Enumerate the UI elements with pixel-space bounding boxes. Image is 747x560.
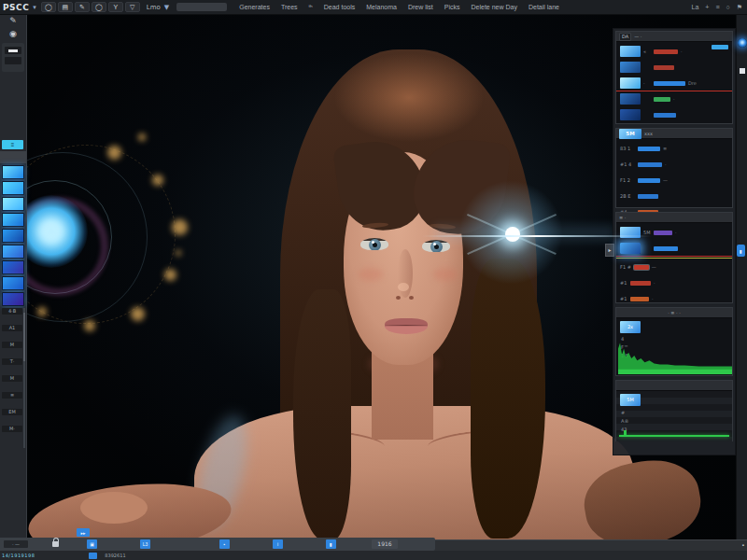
adjustment-row[interactable]: #1 · xyxy=(620,277,728,288)
shield-tool-icon[interactable]: ▽ xyxy=(125,2,140,12)
property-row[interactable]: 83 1 ≡ xyxy=(620,143,728,154)
layer-thumbnail[interactable] xyxy=(2,165,24,179)
pencil-tool-icon[interactable]: ✎ xyxy=(0,14,26,27)
row-label: #1 4 xyxy=(620,161,635,167)
layer-row[interactable]: · Dre xyxy=(620,77,728,89)
lock-icon[interactable] xyxy=(52,541,59,547)
menu-item[interactable]: ᵗʰ xyxy=(304,4,317,10)
layer-thumbnail[interactable] xyxy=(2,276,24,290)
layer-thumbnail[interactable] xyxy=(620,93,641,105)
menu-item[interactable]: Trees xyxy=(276,4,303,10)
grid-button[interactable]: ▣ xyxy=(87,539,97,549)
menu-item[interactable]: Detail lane xyxy=(524,4,564,10)
tool-list-item[interactable]: ≡ xyxy=(2,392,22,399)
menu-item[interactable]: Dead tools xyxy=(319,4,359,10)
layers-button[interactable]: L3 xyxy=(140,539,150,549)
layer-row[interactable] xyxy=(620,62,728,73)
row-label: F1 2 xyxy=(620,177,635,183)
blush-left xyxy=(359,268,383,281)
ink-tool-icon[interactable]: ◉ xyxy=(0,27,26,40)
layer-thumbnail[interactable] xyxy=(2,292,24,306)
background-swatch[interactable] xyxy=(5,57,21,64)
panel-thumbnail[interactable]: 5M xyxy=(620,394,641,406)
sub-status-icon[interactable] xyxy=(89,553,97,559)
foreground-swatch[interactable] xyxy=(5,47,21,54)
panel-thumbnail[interactable]: 5M xyxy=(619,129,641,139)
playhead-chip[interactable]: ▸▸ xyxy=(77,528,90,537)
layer-thumbnail[interactable] xyxy=(620,77,641,89)
panel-properties-header[interactable]: 5M xxx xyxy=(616,129,732,139)
row-thumbnail[interactable] xyxy=(620,243,641,254)
tool-list-item[interactable]: T· xyxy=(2,358,22,365)
menu-item[interactable]: Drew list xyxy=(403,4,438,10)
menu-item[interactable]: Delete new Day xyxy=(467,4,522,10)
value-bar xyxy=(654,97,670,102)
layer-thumbnail[interactable] xyxy=(2,260,24,274)
wand-tool-icon[interactable]: Y xyxy=(108,2,123,12)
panel-thumbnail[interactable]: 2x xyxy=(620,321,641,333)
tool-list-item[interactable]: A1 xyxy=(2,325,22,331)
tool-list-item[interactable]: M xyxy=(2,342,22,348)
tool-list-item[interactable]: M· xyxy=(2,426,22,432)
info-button[interactable]: i xyxy=(273,539,283,549)
layer-thumbnail[interactable] xyxy=(2,229,24,243)
edge-square-icon[interactable] xyxy=(740,68,745,74)
scrollbar-thumb[interactable] xyxy=(23,313,25,361)
status-chip[interactable]: · — xyxy=(4,540,28,548)
layer-thumbnail[interactable] xyxy=(2,181,24,195)
bottom-corner-icon[interactable]: ▪ xyxy=(742,542,744,548)
panel-header-chip[interactable]: DA xyxy=(619,33,631,41)
side-item[interactable]: # xyxy=(621,410,628,415)
layer-row[interactable] xyxy=(620,109,728,120)
side-item[interactable]: A® xyxy=(621,418,628,424)
layer-row[interactable]: · xyxy=(620,93,728,105)
panel-histogram-header[interactable]: · ≡ · · xyxy=(616,308,732,318)
orb-core-light xyxy=(39,219,63,244)
bar-button[interactable]: ▮ xyxy=(326,539,336,549)
badge-tool-icon[interactable]: ▤ xyxy=(58,2,73,12)
dock-collapse-handle[interactable]: ▸ xyxy=(605,244,614,257)
plus-icon[interactable]: + xyxy=(703,4,711,11)
property-row[interactable]: F1 2 — xyxy=(620,175,728,186)
layer-row[interactable]: « · xyxy=(620,46,728,57)
panel-adjustments-header[interactable]: ≡ · xyxy=(616,213,732,223)
pen-tool-icon[interactable]: ✎ xyxy=(75,2,90,12)
layer-thumbnail[interactable] xyxy=(2,197,24,211)
swatch-color xyxy=(8,49,18,52)
layer-thumbnail[interactable] xyxy=(2,245,24,259)
adjustment-row[interactable]: #1 · xyxy=(620,293,728,304)
toolbar-field[interactable] xyxy=(176,3,227,11)
sync-badge-icon[interactable] xyxy=(738,38,747,48)
layer-thumbnail[interactable] xyxy=(620,46,641,57)
mode-caret-icon[interactable]: ▼ xyxy=(164,4,169,11)
layer-thumbnail[interactable] xyxy=(620,109,641,120)
lang-indicator[interactable]: La xyxy=(690,4,701,11)
logo-caret-icon[interactable]: ▾ xyxy=(33,4,36,11)
panel-timeline-header[interactable] xyxy=(616,381,732,391)
list-icon[interactable]: ≡ xyxy=(713,4,721,11)
app-window: PSCC ▾ ◯▤✎◯Y▽ Lmo ▼ GeneratesTreesᵗʰDead… xyxy=(0,0,747,560)
ellipse2-tool-icon[interactable]: ◯ xyxy=(92,2,106,12)
tool-list-item[interactable]: M xyxy=(2,375,22,382)
lens-flare-streak xyxy=(422,235,652,237)
layer-thumbnail[interactable] xyxy=(620,62,641,73)
circle-icon[interactable]: ○ xyxy=(724,4,731,11)
ellipse-tool-icon[interactable]: ◯ xyxy=(41,2,56,12)
adjustment-row[interactable] xyxy=(620,243,728,254)
property-row[interactable]: 2B E xyxy=(620,190,728,202)
panel-layers-header[interactable]: DA — · xyxy=(616,32,732,42)
menu-item[interactable]: Melanoma xyxy=(361,4,402,10)
flag-icon[interactable]: ⚑ xyxy=(735,4,744,11)
menu-item[interactable]: Generates xyxy=(234,4,275,10)
lip-seam xyxy=(385,325,428,326)
active-tool-button[interactable]: ≡ xyxy=(2,140,23,149)
square-button[interactable]: ▪ xyxy=(219,539,230,549)
menu-item[interactable]: Picks xyxy=(440,4,465,10)
toolbar-scrollbar[interactable] xyxy=(23,308,25,448)
adjustment-row[interactable]: F1 # — xyxy=(620,261,728,273)
tool-list-item[interactable]: 4·B xyxy=(2,308,22,315)
layer-thumbnail[interactable] xyxy=(2,213,24,227)
tool-list-item[interactable]: EM xyxy=(2,409,22,415)
dock-side-button[interactable]: ▮ xyxy=(737,245,745,257)
property-row[interactable]: #1 4 · xyxy=(620,159,728,170)
